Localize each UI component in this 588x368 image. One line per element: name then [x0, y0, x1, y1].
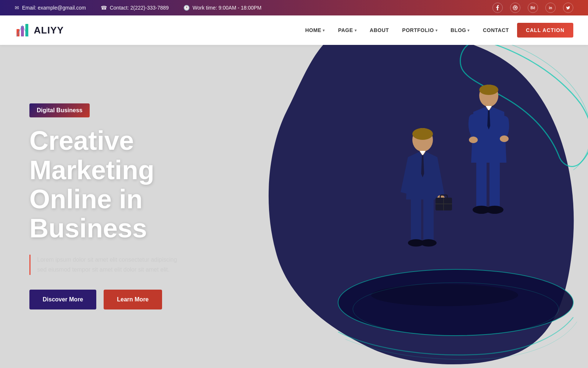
phone-text: Contact: 2(222)-333-7889 — [110, 5, 169, 11]
worktime-item: 🕐 Work time: 9:00AM - 18:00PM — [183, 5, 261, 11]
worktime-text: Work time: 9:00AM - 18:00PM — [193, 5, 261, 11]
svg-rect-28 — [476, 161, 487, 209]
logo[interactable]: ALIYY — [15, 22, 64, 38]
nav-contact[interactable]: CONTACT — [478, 24, 514, 36]
dribbble-icon[interactable] — [510, 3, 520, 13]
nav-home[interactable]: HOME ▾ — [300, 24, 330, 36]
phone-icon: ☎ — [101, 5, 107, 11]
chevron-down-icon: ▾ — [355, 28, 357, 32]
svg-rect-18 — [423, 198, 434, 242]
topbar: ✉ Email: example@gmail.com ☎ Contact: 2(… — [0, 0, 588, 15]
email-text: Email: example@gmail.com — [22, 5, 86, 11]
hero-title: Creative Marketing Online in Business — [29, 126, 265, 243]
discover-more-button[interactable]: Discover More — [29, 290, 96, 309]
svg-rect-29 — [490, 161, 500, 209]
email-item: ✉ Email: example@gmail.com — [15, 5, 86, 11]
hero-description: Lorem ipsum dolor sit amet elit consecte… — [37, 255, 265, 275]
hero-content: Digital Business Creative Marketing Onli… — [0, 103, 265, 309]
svg-point-27 — [469, 137, 478, 143]
svg-point-20 — [420, 239, 437, 247]
logo-icon — [15, 22, 30, 38]
hero-illustration — [257, 45, 588, 368]
clock-icon: 🕐 — [183, 5, 190, 11]
phone-item: ☎ Contact: 2(222)-333-7889 — [101, 5, 169, 11]
call-action-button[interactable]: CALL ACTION — [517, 23, 573, 38]
nav-links: HOME ▾ PAGE ▾ ABOUT PORTFOLIO ▾ BLOG ▾ C… — [300, 23, 573, 38]
svg-point-22 — [479, 85, 498, 95]
topbar-left: ✉ Email: example@gmail.com ☎ Contact: 2(… — [15, 5, 261, 11]
svg-rect-3 — [25, 24, 28, 36]
email-icon: ✉ — [15, 5, 19, 11]
topbar-social: Bē in — [492, 3, 573, 13]
hero-badge: Digital Business — [29, 103, 90, 117]
hero-description-block: Lorem ipsum dolor sit amet elit consecte… — [29, 255, 265, 275]
facebook-icon[interactable] — [492, 3, 503, 13]
svg-point-31 — [486, 206, 503, 214]
logo-text: ALIYY — [34, 25, 64, 36]
svg-point-26 — [500, 135, 509, 142]
nav-blog[interactable]: BLOG ▾ — [445, 24, 475, 36]
nav-page[interactable]: PAGE ▾ — [333, 24, 362, 36]
chevron-down-icon: ▾ — [435, 28, 438, 32]
learn-more-button[interactable]: Learn More — [104, 290, 162, 309]
svg-point-32 — [371, 284, 518, 306]
hero-buttons: Discover More Learn More — [29, 290, 265, 309]
nav-portfolio[interactable]: PORTFOLIO ▾ — [397, 24, 442, 36]
svg-rect-17 — [411, 198, 421, 242]
hero-section: Digital Business Creative Marketing Onli… — [0, 45, 588, 368]
chevron-down-icon: ▾ — [467, 28, 470, 32]
nav-about[interactable]: ABOUT — [365, 24, 394, 36]
svg-point-8 — [412, 128, 433, 140]
navbar: ALIYY HOME ▾ PAGE ▾ ABOUT PORTFOLIO ▾ BL… — [0, 15, 588, 45]
behance-icon[interactable]: Bē — [528, 3, 538, 13]
twitter-icon[interactable] — [563, 3, 573, 13]
linkedin-icon[interactable]: in — [545, 3, 556, 13]
chevron-down-icon: ▾ — [323, 28, 325, 32]
